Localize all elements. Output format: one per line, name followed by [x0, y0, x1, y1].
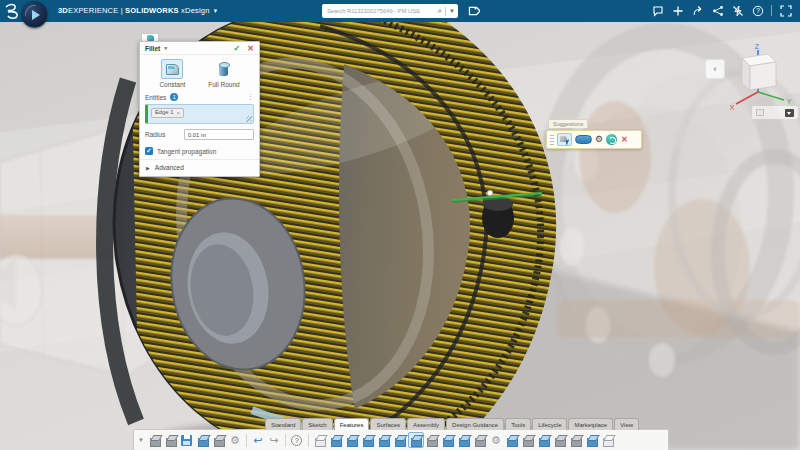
display-style-icon [756, 109, 764, 116]
viewport-3d-scene [0, 22, 800, 450]
drag-handle[interactable] [550, 135, 554, 145]
split-button[interactable] [568, 432, 584, 448]
preferences-icon: ⚙ [230, 435, 240, 446]
collaborate-icon[interactable] [711, 4, 724, 17]
dialog-title-chevron-icon[interactable]: ▼ [163, 45, 168, 51]
toolbar-separator [308, 434, 309, 447]
extrude-button[interactable] [328, 432, 344, 448]
dome-button[interactable] [584, 432, 600, 448]
mirror-button[interactable] [520, 432, 536, 448]
suggestion-value-pill[interactable] [575, 135, 592, 144]
entities-menu-icon[interactable]: ⋮ [247, 93, 254, 101]
primitive-button[interactable] [312, 432, 328, 448]
primitive-icon [314, 435, 325, 446]
3dexperience-compass[interactable] [21, 1, 48, 28]
action-toolbar: ▼ ⚙↩↪?⚙ [133, 429, 669, 450]
new-part-button[interactable] [147, 432, 163, 448]
toolbar-separator [285, 434, 286, 447]
topbar-actions: ? [651, 4, 792, 17]
view-cube-front[interactable] [750, 62, 776, 90]
tab-sketch[interactable]: Sketch [302, 418, 332, 430]
edge-chip[interactable]: Edge 1× [151, 108, 184, 118]
toolbar-collapse-icon[interactable]: ▼ [138, 437, 144, 443]
tab-assembly[interactable]: Assembly [407, 418, 445, 430]
tab-marketplace[interactable]: Marketplace [568, 418, 613, 430]
redo-icon: ↪ [269, 435, 278, 446]
entities-count-badge: 1 [170, 93, 178, 101]
confirm-button[interactable]: ✓ [234, 44, 241, 53]
help-button[interactable]: ? [289, 432, 305, 448]
fillet-suggestion-button[interactable] [557, 133, 572, 146]
sweep-button[interactable] [376, 432, 392, 448]
tab-features[interactable]: Features [334, 418, 370, 430]
save-button[interactable] [179, 432, 195, 448]
mirror-icon [522, 435, 533, 446]
search-icon[interactable]: ⌕ [438, 7, 442, 15]
shell-button[interactable] [440, 432, 456, 448]
revolve-axis-button[interactable] [360, 432, 376, 448]
vertex-marker[interactable] [487, 190, 493, 196]
advanced-expander-icon: ▶ [146, 165, 150, 171]
search-input[interactable] [325, 7, 438, 15]
collapse-panel-button[interactable]: ‹ [705, 59, 725, 79]
split-icon [570, 435, 581, 446]
radius-input[interactable]: 0.01 m [184, 129, 254, 140]
help-icon[interactable]: ? [751, 4, 764, 17]
redo-button[interactable]: ↪ [266, 432, 282, 448]
axis-x-label: X [730, 104, 735, 111]
tab-standard[interactable]: Standard [265, 418, 301, 430]
pattern-button[interactable]: ⚙ [488, 432, 504, 448]
rib-button[interactable] [504, 432, 520, 448]
tag-icon[interactable] [466, 4, 480, 18]
thicken-button[interactable] [600, 432, 616, 448]
feedback-icon[interactable] [651, 4, 664, 17]
add-icon[interactable] [671, 4, 684, 17]
3ds-logo [4, 3, 22, 19]
fillet-button[interactable] [408, 432, 424, 448]
combine-button[interactable] [552, 432, 568, 448]
suggestions-toolbar: Suggestions ⚙ ✕ [546, 112, 642, 149]
cancel-button[interactable]: ✕ [247, 44, 254, 53]
advanced-section-toggle[interactable]: ▶ Advanced [140, 159, 259, 176]
save-icon [181, 435, 192, 446]
constant-option[interactable]: Constant [159, 59, 185, 88]
tab-design-guidance[interactable]: Design Guidance [446, 418, 504, 430]
tab-view[interactable]: View [614, 418, 639, 430]
assistant-icon[interactable] [606, 134, 617, 145]
import-export-button[interactable] [211, 432, 227, 448]
revolve-button[interactable] [344, 432, 360, 448]
compass-play-icon [32, 10, 40, 20]
tab-tools[interactable]: Tools [505, 418, 531, 430]
design-history-button[interactable] [163, 432, 179, 448]
preferences-button[interactable]: ⚙ [227, 432, 243, 448]
revolve-icon [346, 435, 357, 446]
undo-button[interactable]: ↩ [250, 432, 266, 448]
undo-icon: ↩ [253, 435, 262, 446]
move-face-button[interactable] [536, 432, 552, 448]
viewport-3d[interactable] [0, 22, 800, 450]
tangent-checkbox[interactable]: ✓ [145, 147, 153, 155]
hole-button[interactable] [472, 432, 488, 448]
view-triad[interactable]: Z X Y [724, 42, 800, 114]
draft-button[interactable] [456, 432, 472, 448]
tab-lifecycle[interactable]: Lifecycle [532, 418, 567, 430]
actions-disabled-icon[interactable] [731, 4, 744, 17]
search-options-chevron-icon[interactable]: ▼ [449, 8, 455, 14]
share-icon[interactable] [691, 4, 704, 17]
extrude-cut-button[interactable] [392, 432, 408, 448]
dismiss-suggestions-icon[interactable]: ✕ [621, 135, 628, 144]
app-title: 3DEXPERIENCE | SOLIDWORKS xDesign▼ [58, 6, 219, 15]
app-switcher-chevron-icon[interactable]: ▼ [213, 8, 219, 14]
display-dropdown-icon[interactable] [785, 109, 794, 117]
thicken-icon [602, 435, 613, 446]
global-search[interactable]: ⌕ ▼ [322, 4, 458, 18]
entities-selection-field[interactable]: Edge 1× [145, 104, 254, 124]
chamfer-button[interactable] [424, 432, 440, 448]
fullscreen-icon[interactable] [779, 4, 792, 17]
display-options-widget[interactable] [752, 106, 798, 119]
chip-remove-icon[interactable]: × [176, 110, 180, 116]
full-round-option[interactable]: Full Round [208, 59, 239, 88]
tab-surfaces[interactable]: Surfaces [370, 418, 406, 430]
sync-settings-button[interactable] [195, 432, 211, 448]
suggestion-settings-icon[interactable]: ⚙ [595, 135, 603, 144]
